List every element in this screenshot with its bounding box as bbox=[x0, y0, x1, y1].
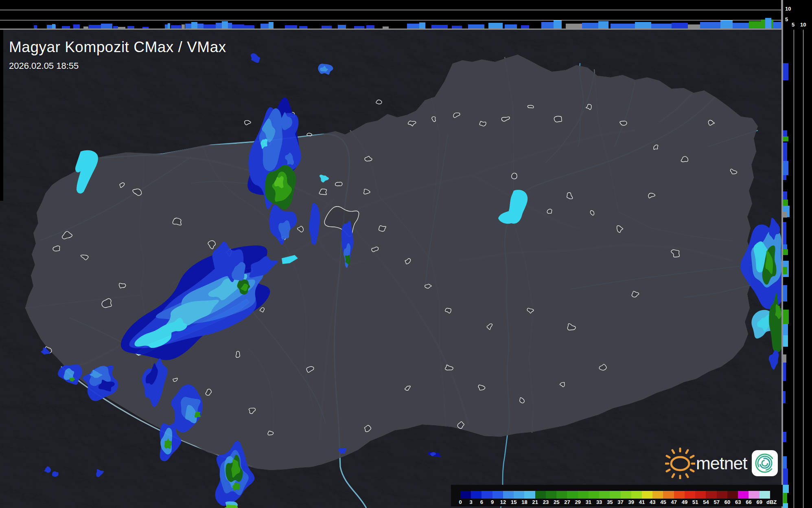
echo-side-bar bbox=[783, 63, 788, 80]
echo-top-bar bbox=[232, 24, 244, 29]
legend-segment-66 bbox=[749, 491, 759, 499]
legend-value-label: 27 bbox=[564, 499, 570, 505]
legend-segment-63 bbox=[738, 491, 749, 499]
echo-side-bar bbox=[783, 310, 789, 324]
legend-segment-9 bbox=[492, 491, 503, 499]
legend-value-label: 39 bbox=[628, 499, 634, 505]
echo-side-bar bbox=[783, 130, 787, 136]
echo-side-bar bbox=[783, 143, 787, 161]
echo-top-bar bbox=[431, 25, 448, 29]
echo-top-bar bbox=[554, 20, 562, 29]
town-boundary bbox=[512, 173, 517, 179]
legend-value-label: 37 bbox=[617, 499, 623, 505]
top-profile-strip bbox=[0, 0, 781, 29]
map-edge-void bbox=[0, 30, 3, 201]
echo-top-bar bbox=[773, 22, 781, 29]
page-timestamp: 2026.02.05 18:55 bbox=[9, 61, 226, 71]
echo-top-bar bbox=[338, 25, 346, 29]
legend-value-label: 41 bbox=[639, 499, 645, 505]
legend-segment-25 bbox=[556, 491, 567, 499]
echo-top-bar bbox=[720, 20, 733, 29]
vertical-axis-label-10: 10 bbox=[785, 6, 791, 12]
legend-value-label: 15 bbox=[511, 499, 517, 505]
legend-segment-35 bbox=[610, 491, 620, 499]
legend-segment-41 bbox=[642, 491, 652, 499]
echo-top-bar bbox=[651, 24, 672, 29]
echo-side-bar bbox=[783, 175, 786, 180]
legend-value-label: 25 bbox=[554, 499, 559, 505]
echo-top-bar bbox=[505, 24, 517, 29]
legend-value-label: 45 bbox=[660, 499, 666, 505]
echo-top-bar bbox=[733, 23, 749, 29]
legend-segment-37 bbox=[621, 491, 631, 499]
legend-value-label: 49 bbox=[682, 499, 687, 505]
town-boundary bbox=[554, 116, 562, 122]
page-title: Magyar Kompozit CMax / VMax bbox=[9, 39, 226, 56]
echo-top-bar bbox=[168, 23, 170, 29]
legend-segment-57 bbox=[717, 491, 727, 499]
echo-side-bar bbox=[783, 136, 788, 141]
legend-value-label: 29 bbox=[575, 499, 580, 505]
echo-top-bar bbox=[73, 24, 80, 29]
echo-top-bar bbox=[52, 24, 55, 29]
echo-side-bar bbox=[783, 485, 789, 493]
echo-top-bar bbox=[582, 23, 598, 29]
echo-side-bar bbox=[783, 432, 786, 442]
legend-value-label: 33 bbox=[596, 499, 602, 505]
reflectivity-legend: dBZ 036912151821232527293133353739414345… bbox=[451, 485, 783, 506]
legend-unit-label: dBZ bbox=[766, 499, 777, 505]
legend-value-label: 21 bbox=[532, 499, 538, 505]
echo-top-bar bbox=[419, 22, 425, 29]
legend-segment-27 bbox=[567, 491, 578, 499]
legend-segment-18 bbox=[524, 491, 535, 499]
legend-segment-51 bbox=[695, 491, 706, 499]
sun-icon bbox=[665, 447, 695, 479]
town-boundary bbox=[119, 283, 126, 288]
echo-top-bar bbox=[688, 24, 700, 29]
echo-top-bar bbox=[566, 24, 582, 29]
legend-segment-39 bbox=[631, 491, 642, 499]
right-profile-strip bbox=[783, 30, 812, 508]
legend-value-label: 57 bbox=[714, 499, 720, 505]
right-gridline-10 bbox=[803, 30, 803, 508]
echo-top-bar bbox=[598, 21, 608, 29]
echo-top-bar bbox=[182, 24, 185, 29]
legend-segment-21 bbox=[535, 491, 546, 499]
echo-top-bar bbox=[468, 24, 484, 29]
town-boundary bbox=[335, 182, 342, 186]
vertical-axis-label-5: 5 bbox=[785, 16, 788, 22]
echo-top-bar bbox=[269, 22, 274, 29]
legend-value-label: 69 bbox=[756, 499, 762, 505]
town-boundary bbox=[527, 105, 534, 108]
legend-segment-60 bbox=[727, 491, 738, 499]
legend-value-label: 6 bbox=[480, 499, 483, 505]
radar-map bbox=[0, 30, 781, 508]
echo-side-bar bbox=[783, 249, 788, 255]
horizontal-axis-label-5: 5 bbox=[792, 22, 794, 28]
legend-value-label: 47 bbox=[671, 499, 677, 505]
legend-segment-29 bbox=[578, 491, 589, 499]
echo-top-bar bbox=[204, 24, 216, 29]
legend-segment-0 bbox=[460, 491, 471, 499]
legend-segment-15 bbox=[514, 491, 524, 499]
echo-top-bar bbox=[611, 24, 635, 29]
town-boundary bbox=[376, 100, 382, 104]
echo-top-bar bbox=[765, 18, 771, 29]
echo-top-bar bbox=[191, 22, 197, 29]
echo-side-bar bbox=[783, 191, 787, 200]
legend-segment-12 bbox=[503, 491, 514, 499]
top-profile-bars bbox=[0, 0, 781, 29]
echo-side-bar bbox=[783, 503, 788, 508]
legend-value-label: 18 bbox=[521, 499, 527, 505]
legend-value-label: 43 bbox=[650, 499, 655, 505]
legend-segment-49 bbox=[685, 491, 695, 499]
echo-side-bar bbox=[783, 212, 787, 218]
echo-top-bar bbox=[322, 26, 332, 29]
town-boundary bbox=[236, 351, 240, 357]
metnet-app-icon bbox=[752, 450, 778, 476]
echo-side-bar bbox=[783, 391, 786, 403]
legend-value-label: 66 bbox=[746, 499, 751, 505]
echo-top-bar bbox=[366, 25, 374, 29]
legend-value-label: 35 bbox=[607, 499, 613, 505]
legend-value-label: 60 bbox=[724, 499, 730, 505]
